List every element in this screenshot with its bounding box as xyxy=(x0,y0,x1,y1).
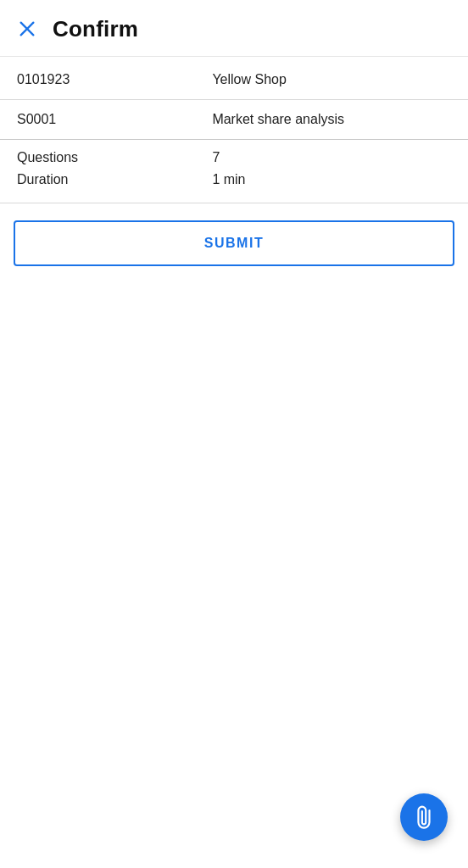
fab-button[interactable] xyxy=(400,793,448,841)
questions-label: Questions xyxy=(17,150,212,165)
close-button[interactable] xyxy=(14,15,41,42)
duration-value: 1 min xyxy=(212,172,245,187)
info-row-order: 0101923 Yellow Shop xyxy=(0,60,468,100)
order-id-label: 0101923 xyxy=(17,72,212,87)
order-shop-value: Yellow Shop xyxy=(212,72,286,87)
close-icon xyxy=(18,19,36,38)
duration-label: Duration xyxy=(17,172,212,187)
submit-section: SUBMIT xyxy=(0,203,468,283)
survey-id-label: S0001 xyxy=(17,112,212,127)
header: Confirm xyxy=(0,0,468,57)
details-section: Questions 7 Duration 1 min xyxy=(0,140,468,203)
questions-value: 7 xyxy=(212,150,220,165)
questions-row: Questions 7 xyxy=(17,147,451,169)
duration-row: Duration 1 min xyxy=(17,169,451,191)
paperclip-icon xyxy=(409,802,440,833)
survey-name-value: Market share analysis xyxy=(212,112,344,127)
info-row-survey: S0001 Market share analysis xyxy=(0,100,468,139)
submit-button[interactable]: SUBMIT xyxy=(14,220,454,266)
page-title: Confirm xyxy=(53,16,138,42)
info-section: 0101923 Yellow Shop S0001 Market share a… xyxy=(0,57,468,139)
